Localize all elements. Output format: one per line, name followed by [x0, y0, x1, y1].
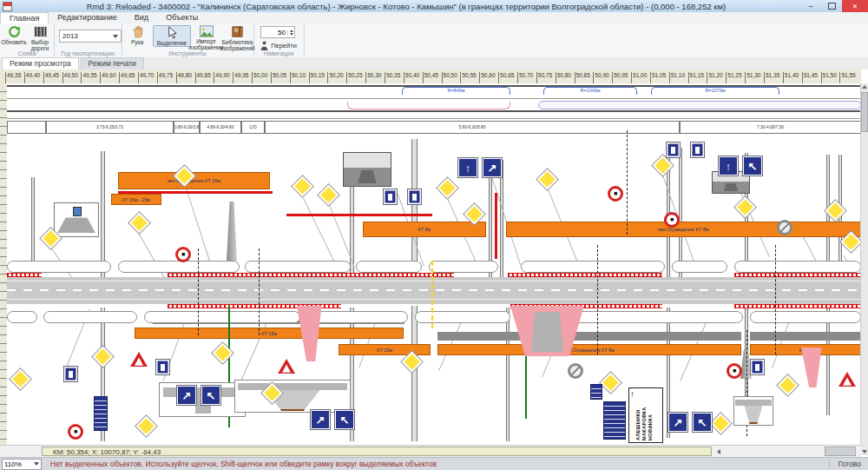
bus-stop-sign[interactable]	[667, 142, 680, 157]
priority-road-sign[interactable]	[779, 376, 796, 394]
lane-direction-sign[interactable]: ↑	[719, 156, 738, 175]
bus-stop-sign[interactable]	[751, 360, 764, 374]
lane-direction-sign[interactable]: ↑	[458, 158, 477, 177]
priority-road-sign[interactable]	[712, 414, 729, 432]
tab-vid[interactable]: Вид	[126, 12, 157, 23]
priority-road-sign[interactable]	[826, 202, 844, 219]
priority-road-sign[interactable]	[465, 205, 483, 222]
restriction-sign[interactable]	[568, 363, 583, 379]
minimize-button[interactable]: –	[800, 0, 821, 12]
route-direction-sign[interactable]: ↑АЛЕШНИКИМАКАРОВКАНОВИНКА	[628, 387, 663, 443]
vertical-scrollbar[interactable]	[860, 83, 868, 455]
scroll-up-icon[interactable]	[862, 85, 867, 89]
horizontal-scrollbar[interactable]: КМ: 50,354; X: 10070,87; Y: -64,43	[0, 445, 861, 457]
scroll-down-icon[interactable]	[862, 450, 867, 453]
info-sign[interactable]	[94, 396, 108, 431]
lane-direction-sign[interactable]: ↖	[693, 413, 712, 432]
bus-stop-sign[interactable]	[408, 189, 421, 204]
lane-direction-sign[interactable]: ↗	[311, 410, 330, 429]
bus-stop-sign[interactable]	[691, 142, 704, 157]
priority-road-sign[interactable]	[319, 186, 337, 203]
signpost[interactable]	[500, 160, 503, 278]
priority-road-sign[interactable]	[137, 417, 155, 434]
prohibition-sign[interactable]: ■	[175, 247, 191, 262]
priority-road-sign[interactable]	[42, 229, 59, 247]
warning-sign[interactable]	[838, 372, 856, 387]
prohibition-sign[interactable]: ■	[68, 424, 83, 440]
barrier-bar[interactable]	[750, 332, 861, 341]
km-spinner[interactable]: 50	[260, 26, 295, 38]
prohibition-sign[interactable]: ■	[664, 212, 680, 228]
group-name-year: Год паспортизации	[54, 50, 122, 56]
vertical-scrollbar-thumb[interactable]	[861, 92, 868, 132]
tab-print-mode[interactable]: Режим печати	[81, 57, 144, 70]
restriction-sign[interactable]	[777, 220, 792, 235]
lane-direction-sign[interactable]: ↖	[743, 156, 762, 175]
bus-stop-sign[interactable]	[64, 367, 77, 381]
priority-road-sign[interactable]	[11, 370, 29, 387]
hand-tool-button[interactable]: Рука	[124, 25, 150, 45]
bus-stop-sign[interactable]	[384, 189, 397, 204]
prohibition-sign[interactable]: ■	[608, 186, 623, 202]
culvert-drawing[interactable]	[733, 396, 773, 426]
guardrail-bar[interactable]: мет.Ограждение КТ 25м	[118, 172, 270, 189]
photo-thumbnail[interactable]	[343, 152, 391, 187]
priority-road-sign[interactable]	[602, 374, 619, 391]
priority-road-sign[interactable]	[654, 156, 671, 174]
priority-road-sign[interactable]	[538, 170, 556, 188]
spinner-arrows-icon[interactable]	[287, 30, 294, 36]
warning-sign[interactable]	[130, 352, 148, 367]
priority-road-sign[interactable]	[94, 348, 111, 365]
cross-section-drawing[interactable]	[54, 202, 99, 237]
priority-road-sign[interactable]	[214, 344, 231, 361]
lane-direction-sign[interactable]: ↗	[483, 158, 502, 177]
priority-road-sign[interactable]	[175, 167, 193, 184]
year-select[interactable]: 2013	[59, 30, 122, 43]
guardrail-bar[interactable]: КТ 8м	[363, 222, 486, 237]
refresh-button[interactable]: Обновить	[2, 25, 26, 45]
road-diagram-canvas[interactable]: R=840мR=1043мR=1073м3.73-6.25/3.733.80-6…	[7, 83, 861, 445]
guardrail-bar[interactable]: мет.Ограждение КТ 8м	[506, 222, 861, 237]
image-library-button[interactable]: Библиотека изображений	[223, 25, 252, 52]
guardrail-bar[interactable]: КТ 15м - 25м	[111, 194, 161, 205]
close-button[interactable]: ×	[842, 0, 868, 12]
signpost[interactable]	[679, 148, 682, 278]
signpost[interactable]	[101, 151, 105, 278]
lane-direction-sign[interactable]: ↖	[201, 386, 220, 405]
guardrail-bar[interactable]: мет.Ограждение КТ 8м	[437, 344, 741, 355]
info-sign[interactable]	[603, 401, 626, 440]
warning-sign[interactable]	[278, 359, 295, 374]
selection-tool-button[interactable]: Выделение	[153, 25, 191, 47]
maximize-button[interactable]	[821, 0, 842, 12]
bus-stop-sign[interactable]	[156, 360, 169, 374]
barrier-bar[interactable]	[437, 332, 741, 341]
signpost[interactable]	[826, 308, 830, 415]
lane-direction-sign[interactable]: ↗	[668, 413, 687, 432]
tab-view-mode[interactable]: Режим просмотра	[2, 57, 79, 70]
zoom-combo[interactable]: 110%	[2, 459, 42, 470]
signpost[interactable]	[411, 306, 418, 441]
lane-direction-sign[interactable]: ↗	[177, 386, 196, 405]
road-select-button[interactable]: Выбор дороги	[28, 25, 52, 52]
tab-glavnaya[interactable]: Главная	[0, 12, 49, 23]
prohibition-sign[interactable]: ■	[727, 363, 742, 379]
priority-road-sign[interactable]	[736, 198, 753, 215]
tab-redaktirovanie[interactable]: Редактирование	[49, 12, 126, 23]
info-sign[interactable]	[590, 384, 602, 400]
priority-road-sign[interactable]	[438, 179, 456, 196]
priority-road-sign[interactable]	[263, 384, 280, 401]
horizontal-scrollbar-thumb[interactable]	[825, 447, 856, 456]
lane-direction-sign[interactable]: ↖	[335, 410, 354, 429]
culvert-drawing[interactable]	[234, 380, 351, 413]
priority-road-sign[interactable]	[403, 353, 420, 370]
signpost[interactable]	[411, 139, 418, 278]
priority-road-sign[interactable]	[842, 233, 859, 250]
import-image-button[interactable]: Импорт изображения	[192, 25, 220, 51]
priority-road-sign[interactable]	[293, 177, 311, 195]
signpost[interactable]	[506, 308, 510, 441]
scroll-left-icon[interactable]	[717, 449, 720, 454]
mast-structure[interactable]	[227, 202, 237, 261]
tab-obekty[interactable]: Объекты	[157, 12, 207, 23]
guardrail-bar[interactable]: КТ 15м	[135, 328, 404, 339]
priority-road-sign[interactable]	[130, 214, 148, 231]
